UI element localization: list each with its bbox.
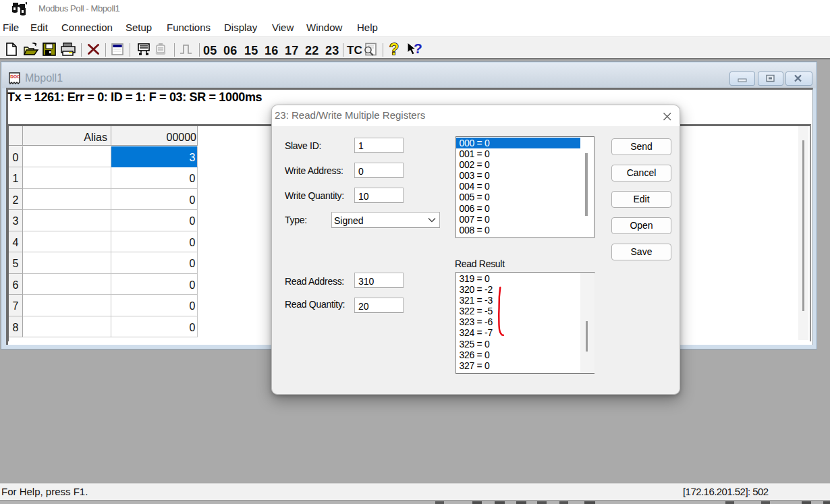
- svg-text:?: ?: [389, 42, 399, 58]
- svg-text:DOC: DOC: [10, 74, 20, 79]
- svg-text:?: ?: [414, 41, 422, 56]
